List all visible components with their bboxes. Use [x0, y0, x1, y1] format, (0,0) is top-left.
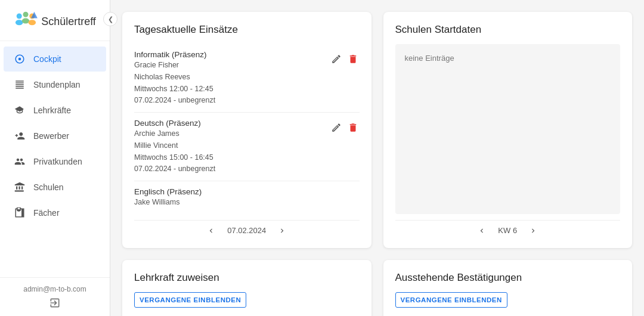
tagesaktuelle-title: Tagesaktuelle Einsätze — [134, 24, 360, 36]
logo-area: Schülertreff — [0, 0, 110, 41]
einsatz-subject-1: Deutsch (Präsenz) — [134, 119, 215, 128]
svg-point-1 — [16, 20, 23, 25]
einsatz-teacher1-0: Gracie Fisher — [134, 60, 215, 71]
svg-point-2 — [23, 12, 29, 17]
svg-point-5 — [29, 20, 36, 25]
bewerber-icon — [13, 129, 26, 142]
logo-icon — [14, 11, 38, 32]
einsatz-list: Informatik (Präsenz) Gracie Fisher Nicho… — [134, 44, 360, 214]
delete-button-1[interactable] — [346, 121, 360, 134]
schulen-startdaten-card: Schulen Startdaten keine Einträge KW 6 — [383, 12, 633, 248]
einsatz-schedule-0: Mittwochs 12:00 - 12:45 — [134, 83, 215, 95]
tagesaktuelle-pagination: 07.02.2024 — [134, 220, 360, 236]
sidebar-item-cockpit[interactable]: Cockpit — [4, 47, 106, 72]
einsatz-subject-0: Informatik (Präsenz) — [134, 50, 215, 59]
einsatz-item-1: Deutsch (Präsenz) Archie James Millie Vi… — [134, 112, 360, 181]
sidebar-item-faecher-label: Fächer — [33, 208, 60, 218]
svg-point-0 — [17, 14, 22, 19]
tagesaktuelle-einsaetze-card: Tagesaktuelle Einsätze Informatik (Präse… — [122, 12, 371, 248]
delete-button-0[interactable] — [346, 52, 360, 66]
tagesaktuelle-next-button[interactable] — [274, 225, 290, 236]
sidebar-item-cockpit-label: Cockpit — [33, 54, 61, 64]
einsatz-subject-2: Englisch (Präsenz) — [134, 187, 202, 196]
sidebar-item-faecher[interactable]: Fächer — [4, 200, 106, 225]
lehrkraefte-icon — [13, 104, 26, 117]
sidebar-item-bewerber-label: Bewerber — [33, 131, 69, 141]
schulen-startdaten-title: Schulen Startdaten — [395, 24, 621, 36]
sidebar-item-privatkunden-label: Privatkunden — [33, 157, 82, 166]
sidebar-item-lehrkraefte[interactable]: Lehrkräfte — [4, 98, 106, 123]
admin-email: admin@m-to-b.com — [23, 285, 86, 293]
schulen-icon — [13, 181, 26, 194]
einsatz-item-0: Informatik (Präsenz) Gracie Fisher Nicho… — [134, 44, 360, 112]
sidebar-item-lehrkraefte-label: Lehrkräfte — [33, 106, 71, 115]
einsatz-actions-1 — [330, 121, 360, 134]
einsatz-teacher1-2: Jake Williams — [134, 197, 202, 208]
edit-button-1[interactable] — [330, 121, 343, 134]
sidebar-collapse-button[interactable]: ❮ — [103, 12, 117, 26]
logout-button[interactable] — [49, 297, 61, 309]
einsatz-info-1: Deutsch (Präsenz) Archie James Millie Vi… — [134, 119, 215, 175]
tagesaktuelle-prev-button[interactable] — [203, 225, 219, 236]
sidebar-item-bewerber[interactable]: Bewerber — [4, 123, 106, 148]
schulen-prev-button[interactable] — [474, 225, 490, 236]
tagesaktuelle-date-label: 07.02.2024 — [227, 226, 266, 235]
einsatz-teacher2-1: Millie Vincent — [134, 140, 215, 151]
svg-point-3 — [22, 18, 30, 24]
schulen-kw-label: KW 6 — [498, 226, 517, 235]
edit-button-0[interactable] — [330, 52, 343, 66]
ausstehende-vergangene-button[interactable]: VERGANGENE EINBLENDEN — [395, 292, 507, 308]
privatkunden-icon — [13, 155, 26, 168]
faecher-icon — [13, 206, 26, 219]
sidebar-footer: admin@m-to-b.com — [0, 277, 110, 316]
einsatz-daterange-1: 07.02.2024 - unbegrenzt — [134, 163, 215, 175]
einsatz-daterange-0: 07.02.2024 - unbegrenzt — [134, 95, 215, 106]
einsatz-schedule-1: Mittwochs 15:00 - 16:45 — [134, 152, 215, 163]
sidebar-nav: Cockpit Stundenplan Lehrkräfte Bewerber … — [0, 41, 110, 277]
ausstehende-bestaetigung-card: Ausstehende Bestätigungen VERGANGENE EIN… — [383, 260, 633, 316]
lehrkraft-zuweisen-card: Lehrkraft zuweisen VERGANGENE EINBLENDEN… — [122, 260, 371, 316]
einsatz-info-2: Englisch (Präsenz) Jake Williams — [134, 187, 202, 208]
sidebar-item-stundenplan-label: Stundenplan — [33, 80, 80, 89]
sidebar-item-privatkunden[interactable]: Privatkunden — [4, 149, 106, 174]
logo-text: Schülertreff — [41, 16, 96, 28]
main-content: Tagesaktuelle Einsätze Informatik (Präse… — [110, 0, 644, 316]
lehrkraft-zuweisen-title: Lehrkraft zuweisen — [134, 272, 360, 284]
schulen-next-button[interactable] — [525, 225, 541, 236]
ausstehende-title: Ausstehende Bestätigungen — [395, 272, 621, 284]
einsatz-item-2: Englisch (Präsenz) Jake Williams — [134, 181, 360, 214]
sidebar-item-schulen[interactable]: Schulen — [4, 175, 106, 200]
einsatz-teacher1-1: Archie James — [134, 128, 215, 140]
sidebar-item-stundenplan[interactable]: Stundenplan — [4, 72, 106, 97]
einsatz-info-0: Informatik (Präsenz) Gracie Fisher Nicho… — [134, 50, 215, 106]
stundenplan-icon — [13, 78, 26, 91]
sidebar: Schülertreff ❮ Cockpit Stundenplan Lehrk… — [0, 0, 110, 316]
lehrkraft-vergangene-button[interactable]: VERGANGENE EINBLENDEN — [134, 292, 246, 308]
sidebar-item-schulen-label: Schulen — [33, 182, 64, 192]
einsatz-teacher2-0: Nicholas Reeves — [134, 72, 215, 83]
svg-point-7 — [18, 58, 21, 61]
einsatz-actions-0 — [330, 52, 360, 66]
cockpit-icon — [13, 52, 26, 66]
schulen-pagination: KW 6 — [395, 220, 621, 236]
schulen-empty-text: keine Einträge — [395, 44, 621, 214]
